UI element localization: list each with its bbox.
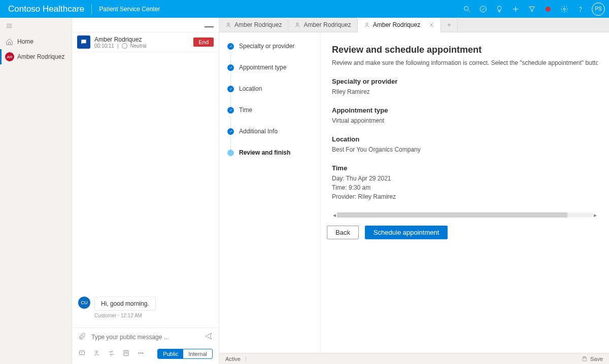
step-additional-info[interactable]: Additional Info: [227, 128, 312, 135]
suite-name: Patient Service Center: [99, 6, 160, 13]
svg-point-5: [563, 8, 565, 10]
notes-icon[interactable]: [122, 349, 130, 358]
internal-toggle[interactable]: Internal: [183, 349, 212, 358]
time-value: Day: Thu Apr 29 2021 Time: 9:30 am Provi…: [332, 174, 598, 201]
global-header: Contoso Healthcare Patient Service Cente…: [0, 0, 609, 18]
presence-icon[interactable]: [540, 0, 556, 18]
svg-point-17: [143, 353, 144, 354]
wizard-steps: Specialty or provider Appointment type L…: [219, 32, 321, 353]
compose-row: [72, 327, 219, 346]
person-icon: [294, 22, 300, 28]
location-label: Location: [332, 135, 598, 143]
session-timer: 00:10:11: [94, 43, 114, 49]
nav-active-session[interactable]: AR Amber Rodriquez: [0, 49, 72, 64]
session-sentiment: Neutral: [130, 43, 147, 49]
type-label: Appointment type: [332, 106, 598, 114]
chat-channel-icon: [77, 35, 90, 49]
help-icon[interactable]: [572, 0, 589, 18]
save-icon: [582, 356, 588, 362]
plus-icon: [446, 22, 452, 28]
review-description: Review and make sure the following infor…: [332, 59, 598, 66]
step-appointment-type[interactable]: Appointment type: [227, 64, 312, 71]
save-button[interactable]: Save: [582, 356, 603, 362]
svg-point-18: [227, 23, 229, 25]
message-list: CU Hi, good morning. Customer · 12:12 AM: [72, 52, 219, 327]
user-avatar[interactable]: PS: [592, 3, 605, 16]
tab-1-label: Amber Rodriquez: [234, 21, 282, 28]
nav-home[interactable]: Home: [0, 34, 72, 49]
horizontal-scrollbar[interactable]: ◄ ►: [332, 211, 598, 219]
svg-rect-12: [124, 351, 128, 356]
tab-strip: Amber Rodriquez Amber Rodriquez Amber Ro…: [219, 18, 609, 32]
person-icon: [364, 22, 370, 28]
step-specialty[interactable]: Specialty or provider: [227, 43, 312, 50]
attach-icon[interactable]: [78, 332, 86, 342]
step-review[interactable]: Review and finish: [227, 149, 312, 156]
patient-avatar-icon: AR: [5, 52, 14, 61]
public-toggle[interactable]: Public: [158, 349, 183, 358]
hamburger-icon[interactable]: [0, 18, 72, 34]
record-status: Active: [225, 356, 246, 362]
status-bar: Active Save: [219, 353, 609, 364]
svg-rect-10: [80, 351, 85, 355]
tab-2-label: Amber Rodriquez: [303, 21, 351, 28]
type-value: Virtual appointment: [332, 116, 598, 125]
filter-icon[interactable]: [524, 0, 540, 18]
consult-icon[interactable]: [93, 349, 100, 358]
person-icon: [225, 22, 231, 28]
lightbulb-icon[interactable]: [491, 0, 507, 18]
svg-point-20: [366, 23, 368, 25]
compose-toolbar: Public Internal: [72, 346, 219, 364]
end-session-button[interactable]: End: [193, 38, 214, 47]
time-label: Time: [332, 164, 598, 172]
brand-name: Contoso Healthcare: [8, 4, 92, 14]
task-icon[interactable]: [475, 0, 491, 18]
svg-point-19: [296, 23, 298, 25]
svg-point-16: [141, 353, 142, 354]
minimize-icon[interactable]: [205, 26, 214, 27]
specialty-value: Riley Ramirez: [332, 87, 598, 96]
nav-home-label: Home: [17, 38, 33, 45]
step-location[interactable]: Location: [227, 85, 312, 92]
transfer-icon[interactable]: [108, 349, 115, 358]
schedule-appointment-button[interactable]: Schedule appointment: [365, 226, 448, 239]
location-value: Best For You Organics Company: [332, 145, 598, 154]
svg-rect-25: [584, 357, 586, 358]
home-icon: [5, 38, 13, 46]
chat-message-meta: Customer · 12:12 AM: [94, 313, 213, 318]
compose-input[interactable]: [91, 334, 199, 341]
sentiment-icon: [122, 43, 127, 49]
tab-2[interactable]: Amber Rodriquez: [288, 17, 357, 32]
quick-reply-icon[interactable]: [78, 349, 86, 358]
add-icon[interactable]: [507, 0, 524, 18]
svg-point-2: [480, 6, 486, 12]
nav-active-label: Amber Rodriquez: [17, 53, 64, 60]
svg-point-11: [96, 351, 98, 353]
visibility-toggle[interactable]: Public Internal: [157, 349, 213, 359]
back-button[interactable]: Back: [327, 226, 359, 239]
customer-avatar-icon: CU: [78, 297, 90, 309]
svg-point-15: [139, 353, 140, 354]
review-pane: Review and schedule appointment Review a…: [321, 32, 609, 353]
conversation-panel: Amber Rodriquez 00:10:11 | Neutral End C…: [72, 18, 219, 364]
search-icon[interactable]: [459, 0, 475, 18]
tab-1[interactable]: Amber Rodriquez: [219, 17, 288, 32]
svg-point-0: [464, 6, 468, 10]
new-tab-button[interactable]: [441, 17, 458, 32]
settings-icon[interactable]: [556, 0, 572, 18]
nav-rail: Home AR Amber Rodriquez: [0, 18, 72, 364]
tab-3[interactable]: Amber Rodriquez: [358, 18, 441, 32]
session-name: Amber Rodriquez: [94, 36, 193, 43]
specialty-label: Specialty or provider: [332, 78, 598, 85]
chat-message: Hi, good morning.: [94, 297, 156, 311]
main-panel: Amber Rodriquez Amber Rodriquez Amber Ro…: [219, 18, 609, 364]
svg-line-1: [468, 10, 470, 12]
send-icon[interactable]: [205, 332, 213, 342]
step-time[interactable]: Time: [227, 106, 312, 114]
review-title: Review and schedule appointment: [332, 45, 598, 55]
more-icon[interactable]: [137, 349, 145, 358]
close-icon[interactable]: [428, 22, 434, 28]
tab-3-label: Amber Rodriquez: [373, 21, 420, 28]
session-header: Amber Rodriquez 00:10:11 | Neutral End: [72, 32, 219, 52]
svg-point-6: [580, 11, 581, 11]
